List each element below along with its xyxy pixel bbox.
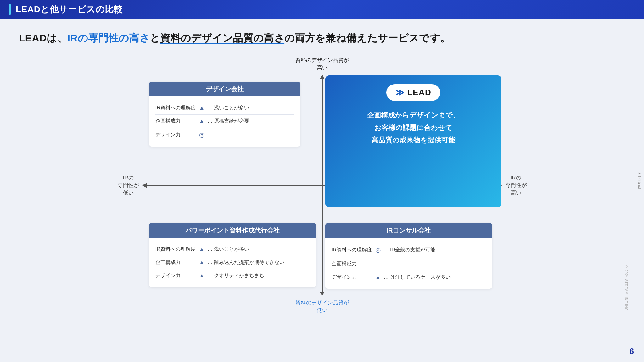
axis-bottom-label: 資料のデザイン品質が低い: [295, 299, 349, 314]
row-desc: … IR全般の支援が可能: [384, 247, 435, 253]
row-icon-triangle: ▲: [372, 274, 384, 281]
headline: LEADは、IRの専門性の高さと資料のデザイン品質の高さの両方を兼ね備えたサービ…: [19, 31, 625, 45]
row-icon-triangle: ▲: [196, 272, 208, 279]
arrow-down-icon: [320, 292, 325, 296]
lead-logo-text: LEAD: [407, 88, 431, 97]
row-icon-double-circle: ◎: [196, 131, 208, 139]
copyright: © 2024 STREAMLINE INC.: [624, 265, 628, 312]
axis-right-label: IRの専門性が高い: [505, 174, 527, 196]
quadrant-powerpoint-header: パワーポイント資料作成代行会社: [149, 223, 316, 238]
header-bar: LEADと他サービスの比較: [0, 0, 644, 19]
headline-highlight2: 資料のデザイン品質の高さ: [160, 32, 284, 44]
row-label: IR資料への理解度: [155, 105, 196, 111]
arrow-up-icon: [320, 75, 325, 79]
lead-logo-pill: ≫ LEAD: [386, 84, 440, 101]
quadrant-ir-body: IR資料への理解度 ◎ … IR全般の支援が可能 企画構成力 ○ デザイン力 ▲…: [325, 238, 492, 289]
axis-left-text: IRの専門性が低い: [118, 175, 139, 196]
headline-suffix: の両方を兼ね備えたサービスです。: [284, 32, 450, 44]
headline-prefix: LEADは、: [19, 32, 67, 44]
row-icon-triangle: ▲: [196, 105, 208, 111]
row-icon-double-circle: ◎: [372, 246, 384, 254]
page-title: LEADと他サービスの比較: [16, 3, 123, 15]
row-icon-triangle: ▲: [196, 259, 208, 266]
lead-description: 企画構成からデザインまで、お客様の課題に合わせて高品質の成果物を提供可能: [325, 106, 501, 156]
row-label: デザイン力: [155, 272, 196, 279]
page-number: 6: [630, 347, 634, 356]
quadrant-powerpoint-company: パワーポイント資料作成代行会社 IR資料への理解度 ▲ … 浅いことが多い 企画…: [149, 223, 316, 287]
row-label: 企画構成力: [155, 259, 196, 266]
row-label: IR資料への理解度: [155, 246, 196, 253]
table-row: デザイン力 ▲ … 外注しているケースが多い: [332, 271, 486, 284]
row-icon-circle: ○: [372, 260, 384, 267]
main-content: LEADは、IRの専門性の高さと資料のデザイン品質の高さの両方を兼ね備えたサービ…: [0, 19, 644, 362]
table-row: IR資料への理解度 ◎ … IR全般の支援が可能: [332, 243, 486, 257]
axis-top-label: 資料のデザイン品質が高い: [295, 57, 349, 72]
axis-right-text: IRの専門性が高い: [505, 175, 527, 196]
headline-highlight1: IRの専門性の高さ: [67, 32, 150, 44]
side-nav: 8 1 6 back: [635, 169, 644, 193]
axis-top-text: 資料のデザイン品質が高い: [295, 57, 349, 71]
vertical-axis: [322, 75, 323, 295]
quadrant-ir-header: IRコンサル会社: [325, 223, 492, 238]
side-nav-text: 8 1 6 back: [637, 172, 641, 189]
row-label: デザイン力: [155, 132, 196, 138]
lead-logo-area: ≫ LEAD: [325, 75, 501, 106]
table-row: IR資料への理解度 ▲ … 浅いことが多い: [155, 101, 294, 115]
row-desc: … 原稿支給が必要: [208, 118, 249, 124]
quadrant-ir-consult: IRコンサル会社 IR資料への理解度 ◎ … IR全般の支援が可能 企画構成力 …: [325, 223, 492, 289]
row-desc: … 浅いことが多い: [208, 105, 249, 111]
row-icon-triangle: ▲: [196, 246, 208, 253]
header-accent: [9, 4, 11, 15]
quadrant-powerpoint-body: IR資料への理解度 ▲ … 浅いことが多い 企画構成力 ▲ … 踏み込んだ提案が…: [149, 238, 316, 287]
headline-middle: と: [150, 32, 160, 44]
quadrant-design-header: デザイン会社: [149, 82, 300, 96]
table-row: デザイン力 ▲ … クオリティがまちまち: [155, 269, 310, 282]
table-row: 企画構成力 ▲ … 踏み込んだ提案が期待できない: [155, 256, 310, 269]
lead-box: ≫ LEAD 企画構成からデザインまで、お客様の課題に合わせて高品質の成果物を提…: [325, 75, 501, 207]
table-row: 企画構成力 ○: [332, 257, 486, 271]
table-row: 企画構成力 ▲ … 原稿支給が必要: [155, 115, 294, 128]
row-desc: … 踏み込んだ提案が期待できない: [208, 259, 284, 266]
quadrant-design-body: IR資料への理解度 ▲ … 浅いことが多い 企画構成力 ▲ … 原稿支給が必要 …: [149, 96, 300, 147]
axis-bottom-text: 資料のデザイン品質が低い: [295, 300, 349, 313]
quadrant-design-company: デザイン会社 IR資料への理解度 ▲ … 浅いことが多い 企画構成力 ▲ … 原…: [149, 82, 300, 147]
table-row: デザイン力 ◎: [155, 128, 294, 142]
row-label: 企画構成力: [332, 261, 372, 267]
chart-wrapper: 資料のデザイン品質が高い 資料のデザイン品質が低い IRの専門性が低い IRの専…: [118, 57, 527, 314]
row-desc: … 外注しているケースが多い: [384, 274, 451, 281]
row-desc: … クオリティがまちまち: [208, 272, 264, 279]
row-desc: … 浅いことが多い: [208, 246, 249, 253]
lead-logo-icon: ≫: [395, 87, 404, 98]
row-icon-triangle: ▲: [196, 118, 208, 124]
table-row: IR資料への理解度 ▲ … 浅いことが多い: [155, 243, 310, 256]
row-label: IR資料への理解度: [332, 247, 372, 253]
axis-left-label: IRの専門性が低い: [118, 174, 139, 196]
arrow-left-icon: [142, 183, 147, 188]
row-label: 企画構成力: [155, 118, 196, 124]
row-label: デザイン力: [332, 274, 372, 281]
